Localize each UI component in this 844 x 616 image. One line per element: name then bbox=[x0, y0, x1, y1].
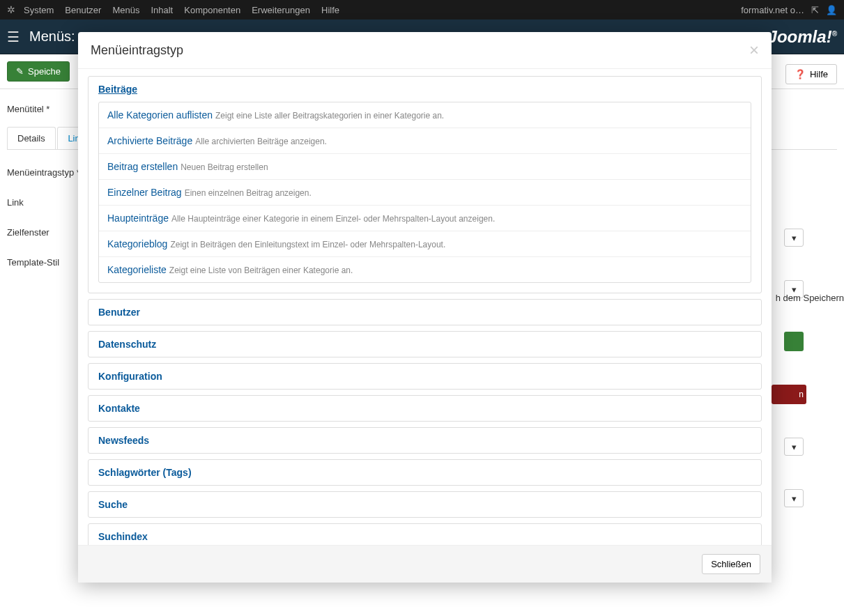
accordion-header[interactable]: Beiträge bbox=[89, 77, 761, 102]
menu-type-desc: Alle Haupteinträge einer Kategorie in ei… bbox=[171, 214, 495, 224]
accordion-header[interactable]: Schlagwörter (Tags) bbox=[89, 460, 761, 485]
menu-type-link[interactable]: Kategorieliste bbox=[107, 264, 167, 275]
menu-type-link[interactable]: Einzelner Beitrag bbox=[107, 187, 182, 198]
accordion-header[interactable]: Benutzer bbox=[89, 300, 761, 325]
accordion-header[interactable]: Datenschutz bbox=[89, 332, 761, 357]
menu-type-list: Alle Kategorien auflistenZeigt eine List… bbox=[98, 102, 751, 283]
close-button[interactable]: Schließen bbox=[702, 554, 760, 574]
accordion-header[interactable]: Konfiguration bbox=[89, 364, 761, 389]
accordion-header[interactable]: Suche bbox=[89, 492, 761, 517]
close-icon[interactable]: × bbox=[749, 42, 759, 59]
menu-type-desc: Zeigt eine Liste aller Beitragskategorie… bbox=[215, 111, 444, 121]
modal-overlay: Menüeintragstyp × BeiträgeAlle Kategorie… bbox=[0, 0, 844, 616]
menu-type-link[interactable]: Archivierte Beiträge bbox=[107, 135, 192, 146]
accordion-header[interactable]: Newsfeeds bbox=[89, 428, 761, 453]
accordion-group: Suchindex bbox=[88, 523, 762, 545]
modal-title: Menüeintragstyp bbox=[91, 43, 183, 58]
menu-type-desc: Zeigt eine Liste von Beiträgen einer Kat… bbox=[169, 265, 353, 275]
menu-type-link[interactable]: Beitrag erstellen bbox=[107, 161, 178, 172]
menu-type-desc: Zeigt in Beiträgen den Einleitungstext i… bbox=[170, 240, 445, 249]
modal-footer: Schließen bbox=[78, 545, 772, 583]
accordion-group: Kontakte bbox=[88, 395, 762, 422]
accordion-group: BeiträgeAlle Kategorien auflistenZeigt e… bbox=[88, 76, 762, 293]
menu-type-desc: Neuen Beitrag erstellen bbox=[181, 162, 268, 172]
modal-body[interactable]: BeiträgeAlle Kategorien auflistenZeigt e… bbox=[78, 69, 772, 545]
accordion-group: Benutzer bbox=[88, 299, 762, 325]
menu-type-item[interactable]: Archivierte BeiträgeAlle archivierten Be… bbox=[99, 128, 751, 154]
menu-type-item[interactable]: HaupteinträgeAlle Haupteinträge einer Ka… bbox=[99, 206, 751, 231]
accordion-header[interactable]: Suchindex bbox=[89, 524, 761, 545]
accordion-group: Konfiguration bbox=[88, 363, 762, 390]
menu-type-link[interactable]: Kategorieblog bbox=[107, 238, 167, 249]
accordion-group: Schlagwörter (Tags) bbox=[88, 459, 762, 486]
accordion-group: Suche bbox=[88, 491, 762, 518]
menu-type-desc: Alle archivierten Beiträge anzeigen. bbox=[195, 137, 327, 146]
menu-type-desc: Einen einzelnen Beitrag anzeigen. bbox=[185, 188, 312, 198]
menu-item-type-modal: Menüeintragstyp × BeiträgeAlle Kategorie… bbox=[78, 32, 772, 583]
menu-type-link[interactable]: Haupteinträge bbox=[107, 213, 169, 224]
accordion-body: Alle Kategorien auflistenZeigt eine List… bbox=[89, 102, 761, 293]
menu-type-item[interactable]: Beitrag erstellenNeuen Beitrag erstellen bbox=[99, 154, 751, 180]
menu-type-item[interactable]: KategorieblogZeigt in Beiträgen den Einl… bbox=[99, 231, 751, 257]
accordion-header[interactable]: Kontakte bbox=[89, 396, 761, 421]
modal-header: Menüeintragstyp × bbox=[78, 32, 772, 69]
menu-type-item[interactable]: KategorielisteZeigt eine Liste von Beitr… bbox=[99, 257, 751, 282]
accordion-group: Newsfeeds bbox=[88, 427, 762, 454]
menu-type-link[interactable]: Alle Kategorien auflisten bbox=[107, 109, 213, 121]
accordion-group: Datenschutz bbox=[88, 331, 762, 357]
menu-type-item[interactable]: Alle Kategorien auflistenZeigt eine List… bbox=[99, 102, 751, 128]
menu-type-item[interactable]: Einzelner BeitragEinen einzelnen Beitrag… bbox=[99, 180, 751, 206]
